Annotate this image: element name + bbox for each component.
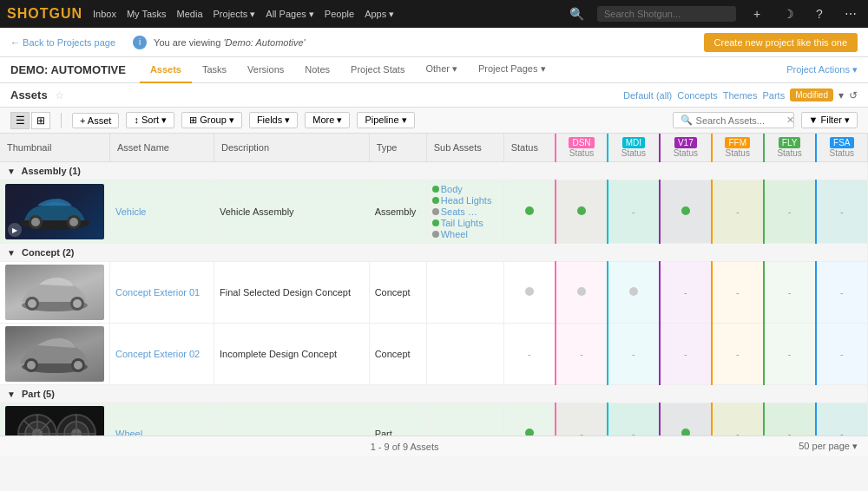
asset-name-link[interactable]: Concept Exterior 02 <box>115 349 200 359</box>
modified-badge: Modified <box>790 88 833 101</box>
wheel-svg <box>7 406 102 435</box>
group-arrow-icon: ▼ <box>7 248 16 258</box>
tab-other[interactable]: Other ▾ <box>415 57 468 83</box>
list-view-button[interactable]: ☰ <box>10 112 30 129</box>
clear-search-icon[interactable]: ✕ <box>786 115 794 126</box>
add-asset-button[interactable]: + Asset <box>72 113 119 128</box>
view-default[interactable]: Default (all) <box>623 90 672 101</box>
group-arrow-icon: ▼ <box>7 167 16 176</box>
v17-status-indicator <box>681 206 690 215</box>
view-themes[interactable]: Themes <box>723 90 758 101</box>
asset-v17-cell: - <box>660 324 712 385</box>
v17-status-indicator <box>681 429 690 435</box>
status-dot-icon <box>432 219 439 226</box>
sub-asset-item[interactable]: Head Lights <box>432 195 498 206</box>
asset-thumbnail <box>5 265 104 320</box>
night-mode-icon[interactable]: ☽ <box>778 7 799 21</box>
asset-name-cell: Wheel <box>110 403 214 436</box>
global-search-input[interactable] <box>597 6 736 22</box>
asset-name-cell: Concept Exterior 02 <box>110 324 214 385</box>
help-icon[interactable]: ? <box>809 7 830 21</box>
view-concepts[interactable]: Concepts <box>677 90 717 101</box>
asset-thumbnail-cell <box>0 324 110 385</box>
group-part[interactable]: ▼ Part (5) <box>0 385 868 403</box>
grid-view-button[interactable]: ⊞ <box>31 112 50 129</box>
tab-projectpages[interactable]: Project Pages ▾ <box>468 57 556 83</box>
asset-subassets-cell <box>426 403 503 436</box>
toolbar-separator <box>61 113 62 128</box>
asset-ffm-cell: - <box>712 180 764 244</box>
th-description[interactable]: Description <box>214 134 370 162</box>
fields-button[interactable]: Fields ▾ <box>249 112 298 128</box>
favorite-star-icon[interactable]: ☆ <box>55 89 64 101</box>
view-parts[interactable]: Parts <box>763 90 786 101</box>
nav-inbox[interactable]: Inbox <box>93 9 116 19</box>
sub-asset-item[interactable]: Wheel <box>432 229 498 239</box>
sub-asset-item[interactable]: Tail Lights <box>432 218 498 228</box>
th-mdi[interactable]: MDI Status <box>608 134 660 162</box>
nav-allpages[interactable]: All Pages ▾ <box>266 9 314 20</box>
back-to-projects-link[interactable]: ← Back to Projects page <box>10 37 115 48</box>
pagination-label: 1 - 9 of 9 Assets <box>10 442 799 452</box>
more-button[interactable]: More ▾ <box>305 112 350 128</box>
th-fly[interactable]: FLY Status <box>764 134 816 162</box>
asset-type-cell: Assembly <box>369 180 426 244</box>
asset-fsa-cell: - <box>816 403 868 436</box>
project-actions-button[interactable]: Project Actions ▾ <box>786 64 858 75</box>
asset-dsn-cell: - <box>556 324 608 385</box>
asset-ffm-cell: - <box>712 403 764 436</box>
th-status[interactable]: Status <box>503 134 556 162</box>
concept-car2-svg <box>11 331 98 378</box>
tab-projectstats[interactable]: Project Stats <box>340 57 415 83</box>
assets-search-input[interactable] <box>696 115 783 126</box>
sub-asset-item[interactable]: Seats … <box>432 206 498 217</box>
project-tab-bar: DEMO: AUTOMOTIVE Assets Tasks Versions N… <box>0 57 868 83</box>
nav-media[interactable]: Media <box>177 9 203 19</box>
nav-people[interactable]: People <box>325 9 354 19</box>
per-page-selector[interactable]: 50 per page ▾ <box>799 441 858 452</box>
asset-name-link[interactable]: Vehicle <box>115 206 146 217</box>
th-dsn[interactable]: DSN Status <box>556 134 608 162</box>
group-concept[interactable]: ▼ Concept (2) <box>0 244 868 262</box>
asset-thumbnail <box>5 326 104 382</box>
group-assembly[interactable]: ▼ Assembly (1) <box>0 162 868 180</box>
pipeline-button[interactable]: Pipeline ▾ <box>357 112 414 128</box>
group-label: Part (5) <box>22 389 55 399</box>
tab-assets[interactable]: Assets <box>140 57 192 83</box>
view-options-icon[interactable]: ▾ <box>838 89 844 101</box>
asset-name-link[interactable]: Concept Exterior 01 <box>115 287 200 298</box>
status-dot-icon <box>432 197 439 204</box>
asset-name-cell: Concept Exterior 01 <box>110 262 214 324</box>
user-menu-icon[interactable]: ⋯ <box>840 7 861 21</box>
group-label: Assembly (1) <box>22 166 81 176</box>
refresh-icon[interactable]: ↺ <box>849 89 858 101</box>
nav-mytasks[interactable]: My Tasks <box>127 9 167 19</box>
tab-tasks[interactable]: Tasks <box>192 57 237 83</box>
nav-projects[interactable]: Projects ▾ <box>214 9 256 20</box>
sort-button[interactable]: ↕ Sort ▾ <box>126 112 174 128</box>
th-v17[interactable]: V17 Status <box>660 134 712 162</box>
asset-fsa-cell: - <box>816 262 868 324</box>
dsn-status-indicator <box>577 206 586 215</box>
asset-description-cell: Incomplete Design Concept <box>214 324 370 385</box>
asset-name-link[interactable]: Wheel <box>115 429 142 435</box>
tab-notes[interactable]: Notes <box>294 57 340 83</box>
th-fsa[interactable]: FSA Status <box>816 134 868 162</box>
th-ffm[interactable]: FFM Status <box>712 134 764 162</box>
filter-button[interactable]: ▼ Filter ▾ <box>801 112 858 128</box>
tab-versions[interactable]: Versions <box>237 57 294 83</box>
play-button[interactable]: ▶ <box>8 223 22 237</box>
group-arrow-icon: ▼ <box>7 390 16 399</box>
asset-status-cell <box>503 403 556 436</box>
sub-asset-item[interactable]: Body <box>432 184 498 194</box>
group-button[interactable]: ⊞ Group ▾ <box>181 112 242 128</box>
nav-apps[interactable]: Apps ▾ <box>365 9 394 20</box>
create-project-button[interactable]: Create new project like this one <box>704 33 858 52</box>
th-assetname[interactable]: Asset Name <box>110 134 214 162</box>
th-type[interactable]: Type <box>369 134 426 162</box>
asset-v17-cell <box>660 403 712 436</box>
add-icon[interactable]: + <box>746 7 767 21</box>
project-title: DEMO: AUTOMOTIVE <box>10 63 126 76</box>
th-subassets[interactable]: Sub Assets <box>426 134 503 162</box>
search-icon[interactable]: 🔍 <box>566 7 587 21</box>
